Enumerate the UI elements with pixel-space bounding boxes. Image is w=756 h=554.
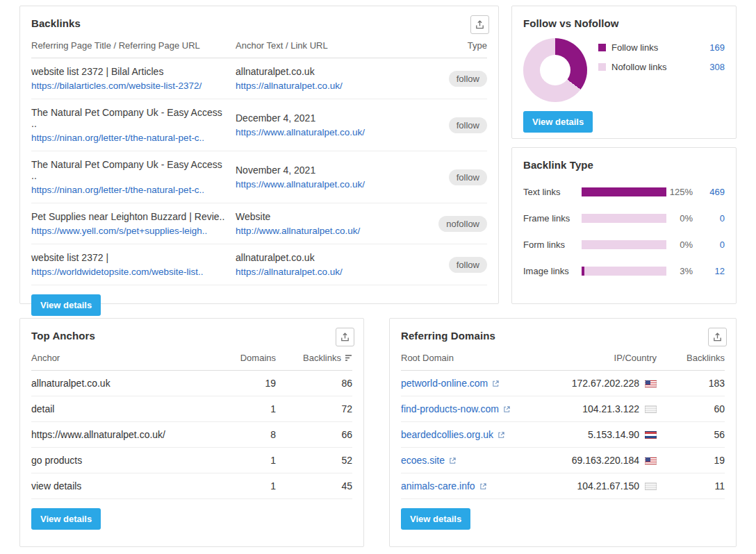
backlink-type-count[interactable]: 0 [693, 213, 725, 224]
link-url[interactable]: https://allnaturalpet.co.uk/ [236, 267, 420, 277]
backlinks-count: 86 [280, 378, 352, 389]
domains-count: 19 [199, 378, 276, 389]
table-row: find-products-now.com 104.21.3.122 60 [401, 396, 725, 422]
backlink-type-count[interactable]: 469 [693, 187, 725, 197]
export-button[interactable] [336, 328, 354, 346]
external-link-icon [492, 380, 500, 387]
backlink-type-bar [582, 187, 666, 196]
link-url[interactable]: https://allnaturalpet.co.uk/ [236, 81, 420, 91]
table-row: The Natural Pet Company Uk - Easy Access… [31, 151, 487, 203]
domains-count: 1 [199, 403, 276, 414]
link-url[interactable]: https://www.allnaturalpet.co.uk/ [236, 127, 420, 137]
view-details-button[interactable]: View details [401, 508, 470, 530]
root-domain-link[interactable]: find-products-now.com [401, 403, 513, 414]
backlink-type-panel: Backlink Type Text links 125% 469 Frame … [511, 147, 737, 304]
backlinks-count: 19 [661, 455, 725, 466]
link-type-badge: nofollow [438, 216, 487, 232]
root-domain-link[interactable]: animals-care.info [401, 480, 513, 492]
anchor-text: allnaturalpet.co.uk [236, 252, 420, 263]
anchor-text: go products [31, 455, 195, 466]
anchor-text: detail [31, 403, 195, 414]
anchor-text: view details [31, 480, 195, 492]
follow-nofollow-donut [523, 38, 587, 102]
backlink-type-percent: 3% [666, 266, 693, 276]
follow-nofollow-panel: Follow vs Nofollow Follow links 169 Nofo… [511, 6, 737, 139]
referring-page-title: The Natural Pet Company Uk - Easy Access… [31, 107, 230, 129]
backlinks-table-header: Referring Page Title / Referring Page UR… [31, 29, 487, 58]
backlink-type-percent: 0% [666, 240, 693, 250]
top-anchors-panel: Top Anchors Anchor Domains Backlinks all… [19, 318, 364, 547]
root-domain-link[interactable]: ecoes.site [401, 455, 513, 466]
referring-page-title: website list 2372 | Bilal Articles [31, 66, 230, 77]
view-details-button[interactable]: View details [31, 294, 101, 316]
ip-address: 69.163.220.184 [572, 455, 639, 466]
legend-value[interactable]: 308 [709, 62, 725, 72]
top-anchors-title: Top Anchors [31, 330, 352, 342]
table-row: go products 1 52 [31, 448, 352, 473]
table-row: https://www.allnaturalpet.co.uk/ 8 66 [31, 422, 352, 448]
column-header-root-domain: Root Domain [401, 353, 513, 363]
backlink-type-bar-fill [582, 187, 666, 196]
table-row: website list 2372 | Bilal Articles https… [31, 58, 487, 99]
backlink-type-count[interactable]: 12 [693, 266, 725, 276]
backlink-type-bar [582, 267, 666, 276]
referring-page-title: website list 2372 | [31, 252, 230, 263]
referring-page-url[interactable]: https://worldwidetopsite.com/website-lis… [31, 267, 230, 277]
root-domain-link[interactable]: beardedcollies.org.uk [401, 429, 513, 440]
backlinks-count: 72 [280, 403, 352, 414]
follow-nofollow-legend: Follow links 169 Nofollow links 308 [598, 38, 725, 81]
backlinks-count: 66 [280, 429, 352, 440]
follow-nofollow-title: Follow vs Nofollow [523, 17, 725, 29]
export-button[interactable] [708, 328, 727, 346]
anchor-text: allnaturalpet.co.uk [236, 66, 420, 77]
referring-domains-table-header: Root Domain IP/Country Backlinks [401, 342, 725, 371]
table-row: website list 2372 | https://worldwidetop… [31, 244, 487, 285]
legend-swatch [598, 44, 606, 51]
backlink-type-label: Image links [523, 266, 582, 276]
backlink-type-count[interactable]: 0 [693, 240, 725, 250]
referring-page-title: The Natural Pet Company Uk - Easy Access… [31, 159, 230, 181]
backlink-type-row: Image links 3% 12 [523, 266, 725, 276]
backlink-type-label: Frame links [523, 213, 582, 224]
referring-page-url[interactable]: https://ninan.org/letter-t/the-natural-p… [31, 185, 230, 195]
link-url[interactable]: https://www.allnaturalpet.co.uk/ [236, 179, 420, 190]
anchor-text: https://www.allnaturalpet.co.uk/ [31, 429, 195, 440]
table-row: The Natural Pet Company Uk - Easy Access… [31, 99, 487, 151]
table-row: petworld-online.com 172.67.202.228 183 [401, 371, 725, 396]
link-type-badge: follow [449, 117, 487, 133]
backlink-type-percent: 0% [666, 213, 693, 224]
link-url[interactable]: http://www.allnaturalpet.co.uk/ [236, 226, 420, 236]
legend-label: Follow links [611, 42, 658, 53]
column-header-ip-country: IP/Country [518, 353, 657, 363]
backlinks-count: 45 [280, 480, 352, 492]
referring-domains-panel: Referring Domains Root Domain IP/Country… [389, 318, 737, 547]
legend-item: Follow links 169 [598, 42, 725, 53]
backlink-type-label: Text links [523, 187, 582, 197]
country-flag [645, 431, 657, 439]
table-row: animals-care.info 104.21.67.150 11 [401, 473, 725, 499]
root-domain-link[interactable]: petworld-online.com [401, 378, 513, 389]
backlink-type-bar [582, 214, 666, 223]
backlinks-count: 183 [661, 378, 725, 389]
referring-page-url[interactable]: https://bilalarticles.com/website-list-2… [31, 81, 230, 91]
legend-value[interactable]: 169 [709, 42, 725, 53]
column-header-anchor: Anchor [31, 353, 195, 363]
export-button[interactable] [470, 15, 489, 34]
export-icon [340, 332, 350, 342]
external-link-icon [449, 457, 457, 464]
top-anchors-table-header: Anchor Domains Backlinks [31, 342, 352, 371]
link-type-badge: follow [449, 71, 487, 87]
sort-descending-icon[interactable] [345, 354, 352, 362]
referring-page-url[interactable]: https://ninan.org/letter-t/the-natural-p… [31, 133, 230, 143]
referring-domains-title: Referring Domains [401, 330, 725, 342]
column-header-backlinks[interactable]: Backlinks [303, 353, 341, 363]
view-details-button[interactable]: View details [31, 508, 101, 530]
referring-page-url[interactable]: https://www.yell.com/s/pet+supplies-leig… [31, 226, 230, 236]
table-row: allnaturalpet.co.uk 19 86 [31, 371, 352, 396]
view-details-button[interactable]: View details [523, 111, 593, 133]
export-icon [712, 332, 723, 342]
column-header-domains: Domains [199, 353, 276, 363]
column-header-type: Type [426, 40, 487, 51]
backlink-type-bar [582, 240, 666, 249]
country-flag [645, 405, 657, 413]
